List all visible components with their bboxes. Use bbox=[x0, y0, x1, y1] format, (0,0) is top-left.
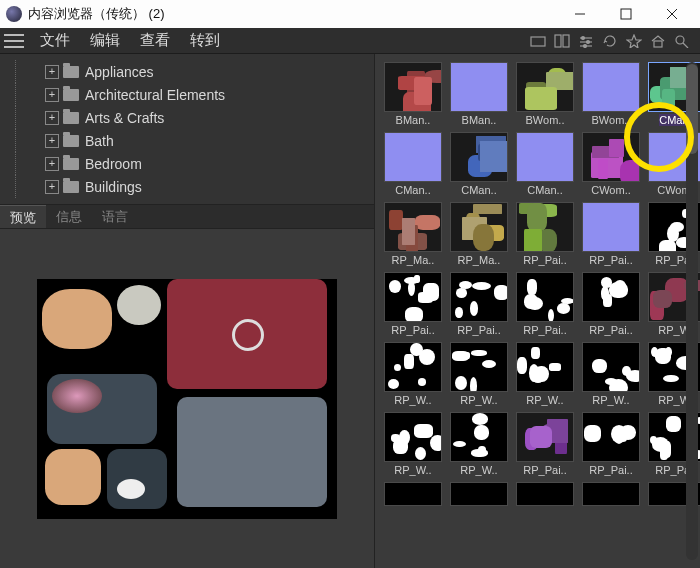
tree-node[interactable]: +Architectural Elements bbox=[10, 83, 370, 106]
minimize-button[interactable] bbox=[558, 1, 602, 27]
tree-label: Architectural Elements bbox=[85, 87, 225, 103]
home-icon[interactable] bbox=[648, 31, 668, 51]
thumbnail-caption: CWom.. bbox=[591, 184, 631, 196]
tree-label: Appliances bbox=[85, 64, 154, 80]
thumbnail-caption: RP_Pai.. bbox=[523, 464, 566, 476]
thumbnail-image bbox=[450, 202, 508, 252]
thumbnail-item[interactable]: RP_Ma.. bbox=[383, 202, 443, 266]
tree-label: Arts & Crafts bbox=[85, 110, 164, 126]
thumbnail-item[interactable]: CMan.. bbox=[515, 132, 575, 196]
thumbnail-item[interactable]: RP_Pai.. bbox=[581, 202, 641, 266]
thumbnail-image bbox=[516, 412, 574, 462]
folder-icon bbox=[63, 158, 79, 170]
expand-icon[interactable]: + bbox=[45, 88, 59, 102]
thumbnail-grid: BMan..BMan..BWom..BWom..CMan..CMan..CMan… bbox=[375, 54, 700, 514]
expand-icon[interactable]: + bbox=[45, 157, 59, 171]
thumbnail-item[interactable] bbox=[581, 482, 641, 506]
search-icon[interactable] bbox=[672, 31, 692, 51]
thumbnail-item[interactable]: BMan.. bbox=[449, 62, 509, 126]
tree-node[interactable]: +Bath bbox=[10, 129, 370, 152]
expand-icon[interactable]: + bbox=[45, 111, 59, 125]
thumbnail-item[interactable]: RP_W.. bbox=[383, 412, 443, 476]
scrollbar-thumb[interactable] bbox=[686, 64, 698, 154]
thumbnail-item[interactable]: RP_W.. bbox=[515, 342, 575, 406]
svg-rect-4 bbox=[531, 37, 545, 46]
thumbnail-caption: RP_W.. bbox=[394, 394, 431, 406]
thumbnail-item[interactable]: RP_Pai.. bbox=[515, 412, 575, 476]
thumbnail-image bbox=[384, 62, 442, 112]
thumbnail-item[interactable]: BWom.. bbox=[515, 62, 575, 126]
thumbnail-item[interactable]: RP_W.. bbox=[449, 412, 509, 476]
scrollbar[interactable] bbox=[686, 62, 698, 560]
thumbnail-image bbox=[582, 272, 640, 322]
thumbnail-image bbox=[582, 62, 640, 112]
svg-marker-13 bbox=[627, 35, 641, 48]
svg-line-16 bbox=[683, 43, 688, 48]
thumbnail-item[interactable]: CMan.. bbox=[449, 132, 509, 196]
thumbnail-caption: CMan.. bbox=[461, 184, 496, 196]
thumbnail-caption: RP_W.. bbox=[460, 394, 497, 406]
thumbnail-caption: BMan.. bbox=[396, 114, 431, 126]
thumbnail-item[interactable]: CWom.. bbox=[581, 132, 641, 196]
thumbnail-item[interactable]: RP_Pai.. bbox=[383, 272, 443, 336]
layout-icon[interactable] bbox=[552, 31, 572, 51]
refresh-icon[interactable] bbox=[600, 31, 620, 51]
thumbnail-image bbox=[582, 202, 640, 252]
expand-icon[interactable]: + bbox=[45, 65, 59, 79]
preview-area bbox=[0, 229, 374, 568]
thumbnail-item[interactable]: RP_Pai.. bbox=[581, 272, 641, 336]
tab-info[interactable]: 信息 bbox=[46, 205, 92, 228]
thumbnail-item[interactable]: RP_W.. bbox=[581, 342, 641, 406]
hamburger-icon[interactable] bbox=[4, 32, 24, 50]
menu-file[interactable]: 文件 bbox=[30, 31, 80, 50]
close-button[interactable] bbox=[650, 1, 694, 27]
expand-icon[interactable]: + bbox=[45, 180, 59, 194]
thumbnail-item[interactable]: BMan.. bbox=[383, 62, 443, 126]
thumbnail-caption: CMan.. bbox=[395, 184, 430, 196]
thumbnail-item[interactable]: BWom.. bbox=[581, 62, 641, 126]
thumbnail-item[interactable]: RP_Ma.. bbox=[449, 202, 509, 266]
settings-icon[interactable] bbox=[576, 31, 596, 51]
thumbnail-item[interactable]: RP_Pai.. bbox=[515, 202, 575, 266]
thumbnail-caption: RP_Pai.. bbox=[589, 254, 632, 266]
thumbnail-item[interactable]: RP_W.. bbox=[383, 342, 443, 406]
tree-node[interactable]: +Buildings bbox=[10, 175, 370, 198]
thumbnail-item[interactable]: RP_Pai.. bbox=[449, 272, 509, 336]
tab-preview[interactable]: 预览 bbox=[0, 205, 46, 228]
thumbnail-image bbox=[516, 482, 574, 506]
svg-point-10 bbox=[582, 36, 585, 39]
tree-node[interactable]: +Bedroom bbox=[10, 152, 370, 175]
thumbnail-item[interactable]: CMan.. bbox=[383, 132, 443, 196]
tab-lang[interactable]: 语言 bbox=[92, 205, 138, 228]
thumbnail-item[interactable] bbox=[515, 482, 575, 506]
thumbnail-caption: BWom.. bbox=[592, 114, 631, 126]
titlebar: 内容浏览器（传统） (2) bbox=[0, 0, 700, 28]
tree-node[interactable]: +Appliances bbox=[10, 60, 370, 83]
svg-rect-5 bbox=[555, 35, 561, 47]
thumbnail-item[interactable] bbox=[449, 482, 509, 506]
menu-goto[interactable]: 转到 bbox=[180, 31, 230, 50]
thumbnail-image bbox=[384, 202, 442, 252]
view-mode-icon[interactable] bbox=[528, 31, 548, 51]
thumbnail-caption: BWom.. bbox=[526, 114, 565, 126]
thumbnail-image bbox=[516, 202, 574, 252]
thumbnail-caption: RP_Ma.. bbox=[392, 254, 435, 266]
thumbnail-item[interactable]: RP_W.. bbox=[449, 342, 509, 406]
thumbnail-image bbox=[450, 482, 508, 506]
maximize-button[interactable] bbox=[604, 1, 648, 27]
thumbnail-image bbox=[450, 412, 508, 462]
menubar: 文件 编辑 查看 转到 bbox=[0, 28, 700, 54]
thumbnail-item[interactable]: RP_Pai.. bbox=[515, 272, 575, 336]
thumbnail-image bbox=[582, 412, 640, 462]
expand-icon[interactable]: + bbox=[45, 134, 59, 148]
app-icon bbox=[6, 6, 22, 22]
menu-view[interactable]: 查看 bbox=[130, 31, 180, 50]
menu-edit[interactable]: 编辑 bbox=[80, 31, 130, 50]
thumbnail-item[interactable]: RP_Pai.. bbox=[581, 412, 641, 476]
star-icon[interactable] bbox=[624, 31, 644, 51]
tree-node[interactable]: +Arts & Crafts bbox=[10, 106, 370, 129]
thumbnail-item[interactable] bbox=[383, 482, 443, 506]
window-buttons bbox=[558, 1, 694, 27]
thumbnail-image bbox=[450, 272, 508, 322]
thumbnail-image bbox=[384, 482, 442, 506]
